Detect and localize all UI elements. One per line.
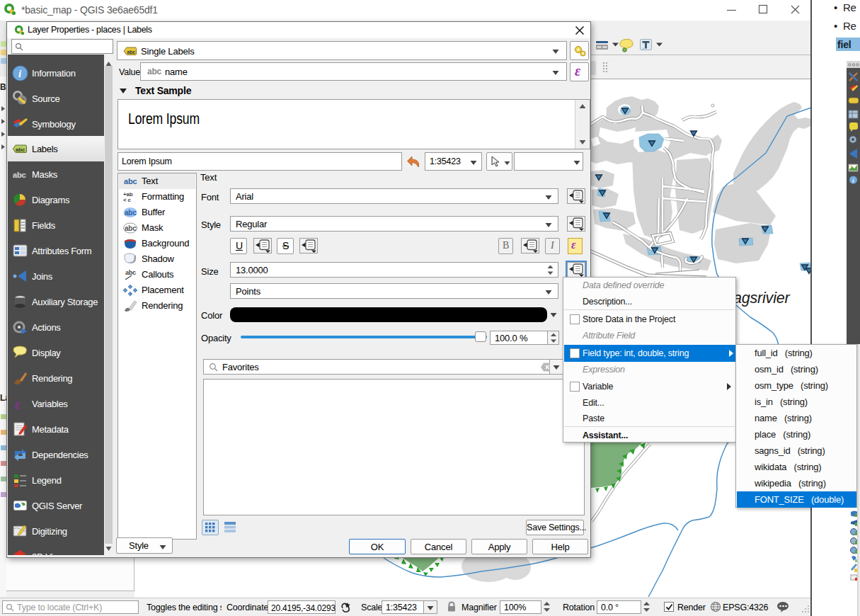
- svg-text:abc: abc: [125, 224, 137, 232]
- svg-text:abc: abc: [124, 177, 137, 186]
- svg-text:abc: abc: [125, 209, 137, 217]
- svg-text:< c: < c: [123, 197, 131, 203]
- svg-text:abc: abc: [125, 269, 136, 276]
- svg-text:abc: abc: [127, 50, 136, 55]
- svg-text:abc: abc: [16, 147, 25, 153]
- svg-text:ε: ε: [15, 397, 21, 411]
- svg-text:agsrivier: agsrivier: [733, 290, 790, 307]
- svg-text:abc: abc: [13, 171, 25, 179]
